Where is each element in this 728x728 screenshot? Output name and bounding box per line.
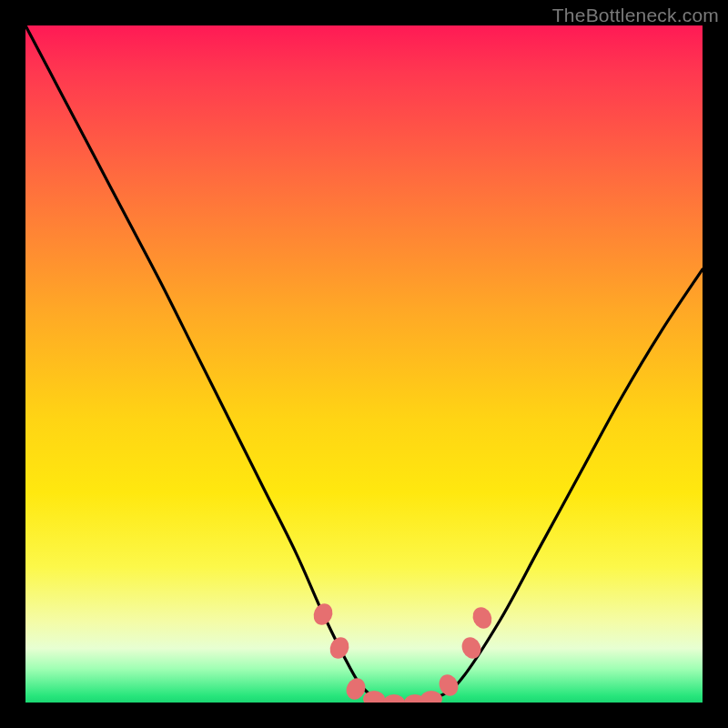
valley-dot-4 (420, 691, 442, 703)
watermark-text: TheBottleneck.com (552, 5, 719, 26)
bottleneck-curve (25, 25, 703, 703)
valley-dot-1 (363, 691, 385, 703)
outer-frame: TheBottleneck.com (0, 0, 728, 728)
curve-layer (25, 25, 703, 703)
plot-area (25, 25, 703, 703)
